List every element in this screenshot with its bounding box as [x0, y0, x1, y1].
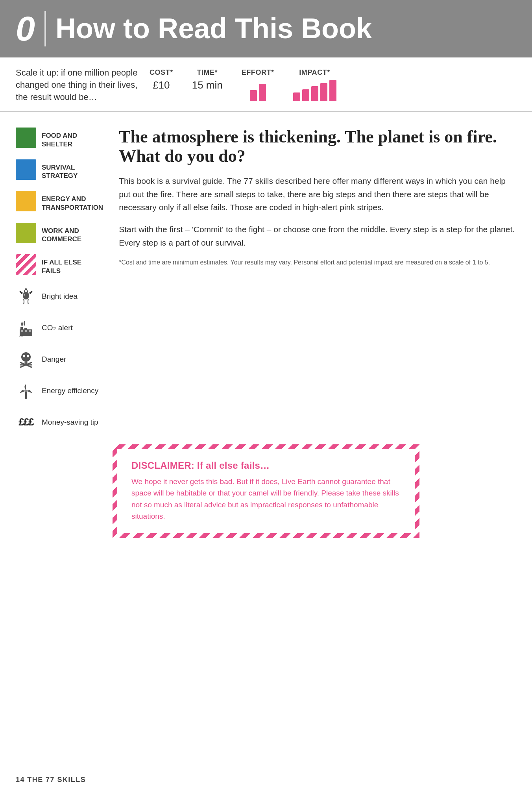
money-symbol: £££: [18, 416, 33, 428]
disclaimer-title: DISCLAIMER: If all else fails…: [131, 460, 401, 471]
scale-metrics: COST* £10 TIME* 15 min EFFORT* IMPACT*: [150, 67, 516, 101]
cost-label: COST*: [150, 68, 173, 77]
money-saving-label: Money-saving tip: [42, 418, 98, 427]
energy-efficiency-icon: [16, 381, 36, 401]
legend-if-all-else-fails: IF ALL ELSEFAILS: [16, 254, 103, 275]
disclaimer-text: We hope it never gets this bad. But if i…: [131, 476, 401, 522]
disclaimer-box: DISCLAIMER: If all else fails… We hope i…: [113, 444, 419, 538]
legend-survival-strategy: SURVIVALSTRATEGY: [16, 159, 103, 180]
svg-rect-4: [20, 327, 23, 329]
page-footer: 14 THE 77 SKILLS: [16, 776, 86, 784]
svg-point-11: [23, 355, 25, 357]
legend-energy-transportation: ENERGY ANDTRANSPORTATION: [16, 191, 103, 212]
svg-rect-5: [24, 328, 27, 329]
impact-bar-3: [311, 86, 318, 101]
legend-danger: Danger: [16, 349, 103, 370]
cost-metric: COST* £10: [150, 68, 173, 91]
legend-work-commerce: WORK ANDCOMMERCE: [16, 223, 103, 244]
money-saving-icon: £££: [16, 412, 36, 433]
energy-transportation-color: [16, 191, 36, 211]
food-shelter-label: FOOD ANDSHELTER: [42, 128, 77, 148]
work-commerce-color: [16, 223, 36, 243]
disclaimer-wrapper: DISCLAIMER: If all else fails… We hope i…: [0, 444, 532, 562]
svg-rect-7: [25, 330, 27, 332]
effort-label: EFFORT*: [242, 68, 274, 77]
scale-description: Scale it up: if one million people chang…: [16, 67, 150, 103]
time-metric: TIME* 15 min: [192, 68, 223, 91]
energy-efficiency-label: Energy efficiency: [42, 386, 98, 395]
main-body-paragraph-1: This book is a survival guide. The 77 sk…: [119, 174, 516, 214]
if-all-else-fails-stripe: [16, 254, 36, 275]
energy-transportation-icon-box: [16, 191, 36, 211]
cost-value: £10: [153, 79, 170, 91]
time-label: TIME*: [197, 68, 218, 77]
svg-rect-15: [26, 361, 26, 364]
svg-rect-6: [21, 330, 23, 332]
co2-alert-label: CO₂ alert: [42, 323, 73, 332]
page-header: 0 How to Read This Book: [0, 0, 532, 57]
food-shelter-color: [16, 128, 36, 148]
legend-food-shelter: FOOD ANDSHELTER: [16, 128, 103, 148]
survival-strategy-icon-box: [16, 159, 36, 180]
danger-icon: [16, 349, 36, 370]
time-value: 15 min: [192, 79, 223, 91]
svg-point-2: [24, 294, 25, 296]
chapter-number: 0: [16, 11, 35, 46]
effort-bar-2: [259, 84, 266, 101]
co2-alert-icon: CO₂: [16, 318, 36, 338]
survival-strategy-color: [16, 159, 36, 180]
svg-text:CO₂: CO₂: [19, 335, 24, 337]
effort-bar-1: [250, 90, 257, 101]
bright-idea-icon: [16, 286, 36, 307]
legend-sidebar: FOOD ANDSHELTER SURVIVALSTRATEGY ENERGY …: [16, 128, 103, 433]
work-commerce-label: WORK ANDCOMMERCE: [42, 223, 81, 244]
impact-bar-4: [320, 83, 327, 101]
impact-label: IMPACT*: [299, 68, 330, 77]
danger-label: Danger: [42, 355, 66, 364]
legend-energy-efficiency: Energy efficiency: [16, 381, 103, 401]
energy-transportation-label: ENERGY ANDTRANSPORTATION: [42, 191, 103, 212]
legend-co2-alert: CO₂ CO₂ alert: [16, 318, 103, 338]
svg-point-12: [27, 355, 29, 357]
impact-bar-2: [302, 89, 309, 101]
impact-bars: [293, 79, 336, 101]
effort-bars: [250, 79, 266, 101]
impact-metric: IMPACT*: [293, 68, 336, 101]
main-heading: The atmosphere is thickening. The planet…: [119, 128, 516, 166]
impact-bar-5: [329, 80, 336, 101]
svg-point-21: [25, 390, 27, 392]
effort-metric: EFFORT*: [242, 68, 274, 101]
if-all-else-fails-label: IF ALL ELSEFAILS: [42, 254, 81, 275]
main-body-paragraph-2: Start with the first – 'Commit' to the f…: [119, 223, 516, 249]
legend-bright-idea: Bright idea: [16, 286, 103, 307]
bright-idea-label: Bright idea: [42, 292, 78, 301]
footnote-text: *Cost and time are minimum estimates. Yo…: [119, 258, 516, 267]
svg-point-1: [23, 292, 29, 300]
footer-text: 14 THE 77 SKILLS: [16, 776, 86, 784]
food-shelter-icon-box: [16, 128, 36, 148]
scale-row: Scale it up: if one million people chang…: [0, 57, 532, 112]
right-content-area: The atmosphere is thickening. The planet…: [119, 128, 516, 433]
page-title: How to Read This Book: [55, 14, 372, 44]
if-all-else-fails-icon-box: [16, 254, 36, 275]
work-commerce-icon-box: [16, 223, 36, 243]
main-content: FOOD ANDSHELTER SURVIVALSTRATEGY ENERGY …: [0, 112, 532, 444]
survival-strategy-label: SURVIVALSTRATEGY: [42, 159, 78, 180]
header-divider: [44, 11, 46, 46]
impact-bar-1: [293, 92, 300, 101]
svg-rect-8: [29, 330, 31, 332]
legend-money-saving: £££ Money-saving tip: [16, 412, 103, 433]
